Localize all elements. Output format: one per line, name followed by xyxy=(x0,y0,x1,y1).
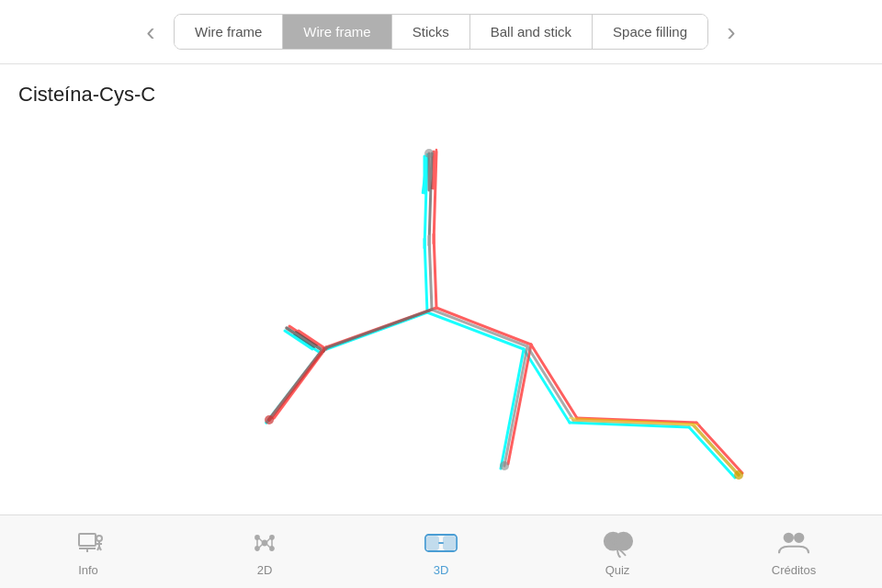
svg-point-55 xyxy=(255,547,259,550)
svg-rect-0 xyxy=(0,64,882,514)
svg-rect-64 xyxy=(427,537,439,549)
svg-line-51 xyxy=(99,547,101,550)
3d-icon xyxy=(424,526,458,560)
svg-point-54 xyxy=(270,536,274,539)
bottom-nav-quiz[interactable]: Quiz xyxy=(529,515,706,588)
credits-icon xyxy=(777,526,810,560)
view-mode-tabs: Wire frame Wire frame Sticks Ball and st… xyxy=(174,14,708,50)
bottom-nav-info[interactable]: Info xyxy=(0,515,176,588)
svg-point-42 xyxy=(500,461,509,470)
info-icon xyxy=(72,526,105,560)
svg-point-71 xyxy=(785,534,793,542)
tab-sticks[interactable]: Sticks xyxy=(392,15,470,49)
2d-label: 2D xyxy=(257,563,273,577)
tab-wireframe-1[interactable]: Wire frame xyxy=(175,15,283,49)
tab-space-filling[interactable]: Space filling xyxy=(593,15,707,49)
svg-point-43 xyxy=(734,470,743,480)
quiz-label: Quiz xyxy=(605,563,630,577)
bottom-nav-credits[interactable]: Créditos xyxy=(706,515,882,588)
next-arrow[interactable]: › xyxy=(708,9,754,55)
svg-line-57 xyxy=(259,538,263,542)
svg-point-41 xyxy=(265,415,274,424)
svg-rect-44 xyxy=(79,534,96,546)
quiz-icon xyxy=(601,526,634,560)
svg-point-72 xyxy=(795,534,803,542)
info-label: Info xyxy=(78,563,98,577)
prev-arrow[interactable]: ‹ xyxy=(128,9,174,55)
svg-point-56 xyxy=(270,547,274,550)
tab-wireframe-2[interactable]: Wire frame xyxy=(283,15,391,49)
svg-point-53 xyxy=(255,536,259,539)
svg-line-58 xyxy=(266,538,270,542)
2d-icon xyxy=(248,526,281,560)
3d-label: 3D xyxy=(434,563,449,577)
svg-rect-65 xyxy=(444,537,456,549)
molecule-title: Cisteína-Cys-C xyxy=(18,83,155,107)
bottom-nav-3d[interactable]: 3D xyxy=(353,515,529,588)
bottom-nav-2d[interactable]: 2D xyxy=(176,515,353,588)
credits-label: Créditos xyxy=(772,563,816,577)
tab-ball-and-stick[interactable]: Ball and stick xyxy=(470,15,593,49)
svg-point-47 xyxy=(96,536,102,541)
molecule-visualization xyxy=(0,64,882,514)
svg-point-40 xyxy=(424,149,434,158)
svg-line-60 xyxy=(266,544,270,548)
bottom-navigation: Info 2D xyxy=(0,514,882,588)
svg-line-59 xyxy=(259,544,263,548)
top-navigation: ‹ Wire frame Wire frame Sticks Ball and … xyxy=(0,0,882,64)
main-content: Cisteína-Cys-C xyxy=(0,64,882,514)
